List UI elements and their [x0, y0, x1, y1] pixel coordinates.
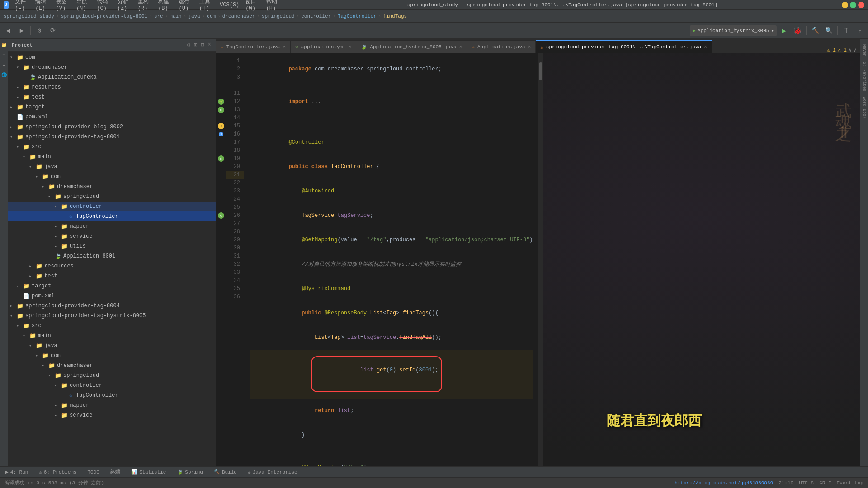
minimize-button[interactable]: − — [842, 2, 848, 8]
status-line-sep[interactable]: CRLF — [819, 480, 831, 486]
tree-item-application-8001[interactable]: 🍃Application_8001 — [8, 251, 216, 261]
menu-run[interactable]: 运行(U) — [176, 0, 195, 13]
toolbar-sync-button[interactable]: ⟳ — [47, 24, 59, 37]
tree-item-src-8001[interactable]: ▾📁src — [8, 142, 216, 152]
toolbar-settings-button[interactable]: ⚙ — [33, 24, 46, 37]
event-log-button[interactable]: Event Log — [837, 480, 863, 486]
tree-item-target-8001[interactable]: ▸📁target — [8, 281, 216, 291]
tab-application[interactable]: ☕ Application.java × — [467, 40, 536, 53]
tree-item-service-8001[interactable]: ▸📁service — [8, 231, 216, 241]
bottom-tab-spring[interactable]: 🍃 Spring — [175, 467, 205, 477]
breadcrumb-src[interactable]: src — [154, 14, 163, 19]
debug-button[interactable]: 🐞 — [791, 24, 804, 37]
web-icon[interactable]: 🌐 — [0, 71, 8, 79]
menu-window[interactable]: 窗口(W) — [243, 0, 262, 13]
project-expand-icon[interactable]: ⊞ — [193, 41, 198, 49]
project-close-icon[interactable]: × — [207, 41, 212, 49]
toolbar-git-button[interactable]: ⑂ — [854, 24, 866, 37]
right-sidebar-favorites[interactable]: 2: Favorites — [861, 60, 868, 93]
tree-item-tagcontroller-8005[interactable]: ☕TagController — [8, 390, 216, 400]
tree-item-dreamchaser-8005[interactable]: ▾📁dreamchaser — [8, 361, 216, 371]
tree-item-springcloud-8005[interactable]: ▾📁springcloud — [8, 371, 216, 380]
toolbar-search-button[interactable]: 🔍 — [822, 24, 835, 37]
tree-item-tag-8004[interactable]: ▸📁springcloud-provider-tag-8004 — [8, 301, 216, 311]
breadcrumb-file[interactable]: TagController — [338, 14, 377, 19]
menu-tools[interactable]: 工具(T) — [197, 0, 216, 13]
menu-file[interactable]: 文件(F) — [12, 0, 32, 13]
tree-item-dreamchaser-8001[interactable]: ▾📁dreamchaser — [8, 182, 216, 192]
status-blog-link[interactable]: https://blog.csdn.net/qq461869869 — [675, 480, 773, 486]
tree-item-tagcontroller-8001[interactable]: ☕TagController — [8, 211, 216, 221]
close-button[interactable]: × — [858, 2, 864, 8]
project-icon[interactable]: 📁 — [0, 42, 8, 49]
tree-item-test-8001[interactable]: ▸📁test — [8, 271, 216, 281]
tab-tagcontroller-main[interactable]: ☕ springcloud-provider-tag-8001\...\TagC… — [536, 40, 712, 53]
tree-item-hystrix-8005[interactable]: ▾📁springcloud-provider-tag-hystrix-8005 — [8, 311, 216, 321]
menu-nav[interactable]: 导航(N) — [74, 0, 93, 13]
bottom-tab-build[interactable]: 🔨 Build — [212, 467, 239, 477]
tree-item-com-8005[interactable]: ▾📁com — [8, 351, 216, 361]
tree-item-main-8001[interactable]: ▾📁main — [8, 152, 216, 162]
breadcrumb-springcloud[interactable]: springcloud — [262, 14, 295, 19]
toolbar-back-button[interactable]: ◀ — [2, 24, 14, 37]
favorites-icon[interactable]: ★ — [0, 61, 8, 69]
menu-view[interactable]: 视图(V) — [53, 0, 73, 13]
tree-item-resources-1[interactable]: ▸📁resources — [8, 82, 216, 92]
breadcrumb-module[interactable]: springcloud-provider-tag-8001 — [61, 14, 147, 19]
project-collapse-icon[interactable]: ⊟ — [200, 41, 205, 49]
tab-tagcontroller[interactable]: ☕ TagController.java × — [216, 40, 291, 53]
tree-item-pom-1[interactable]: 📄pom.xml — [8, 112, 216, 122]
tree-item-dreamchaser[interactable]: ▾📁dreamchaser — [8, 62, 216, 72]
tab-application-hystrix[interactable]: 🍃 Application_hystrix_8005.java × — [356, 40, 467, 53]
tree-item-blog-8002[interactable]: ▸📁springcloud-provider-blog-8002 — [8, 122, 216, 132]
tree-item-test-1[interactable]: ▸📁test — [8, 92, 216, 102]
code-content[interactable]: package com.dreamchaser.springcloud.cont… — [244, 53, 538, 466]
right-sidebar-wordbook[interactable]: Word Book — [861, 95, 868, 121]
tree-item-application-eureka[interactable]: 🍃Application_eureka — [8, 72, 216, 82]
breadcrumb-java[interactable]: java — [188, 14, 200, 19]
bottom-tab-terminal[interactable]: 终端 — [108, 467, 122, 477]
breadcrumb-main[interactable]: main — [170, 14, 181, 19]
tree-item-service-8005[interactable]: ▸📁service — [8, 410, 216, 420]
tree-item-com[interactable]: ▾📁com — [8, 52, 216, 62]
breadcrumb-dreamchaser[interactable]: dreamchaser — [222, 14, 255, 19]
bottom-tab-statistic[interactable]: 📊 Statistic — [129, 467, 168, 477]
menu-analyze[interactable]: 分析(Z) — [115, 0, 134, 13]
breadcrumb-com[interactable]: com — [207, 14, 216, 19]
toolbar-translate-button[interactable]: T — [840, 24, 853, 37]
bottom-tab-problems[interactable]: ⚠ 6: Problems — [37, 467, 78, 477]
bottom-tab-java-enterprise[interactable]: ☕ Java Enterprise — [246, 467, 299, 477]
run-config-dropdown[interactable]: ▶ Application_hystrix_8005 ▾ — [690, 25, 777, 36]
tree-item-pom-8001[interactable]: 📄pom.xml — [8, 291, 216, 301]
tree-item-tag-8001[interactable]: ▾📁springcloud-provider-tag-8001 — [8, 132, 216, 142]
tab-application-yml[interactable]: ⚙ application.yml × — [291, 40, 356, 53]
tree-item-controller-8001[interactable]: ▾📁controller — [8, 202, 216, 211]
tree-item-com-8001[interactable]: ▾📁com — [8, 172, 216, 182]
bottom-tab-run[interactable]: ▶ 4: Run — [4, 467, 30, 477]
tab-close-icon[interactable]: × — [459, 44, 462, 50]
bottom-tab-todo[interactable]: TODO — [85, 467, 101, 477]
toolbar-forward-button[interactable]: ▶ — [15, 24, 28, 37]
right-sidebar-maven[interactable]: Maven — [861, 42, 868, 58]
tree-item-controller-8005[interactable]: ▾📁controller — [8, 380, 216, 390]
tab-scroll-up-icon[interactable]: ∧ — [849, 47, 852, 53]
tree-item-main-8005[interactable]: ▾📁main — [8, 331, 216, 341]
tree-item-mapper-8001[interactable]: ▸📁mapper — [8, 221, 216, 231]
toolbar-build-button[interactable]: 🔨 — [809, 24, 821, 37]
menu-vcs[interactable]: VCS(S) — [217, 1, 242, 9]
tree-item-springcloud-8001[interactable]: ▾📁springcloud — [8, 192, 216, 202]
menu-build[interactable]: 构建(B) — [156, 0, 175, 13]
tree-item-utils-8001[interactable]: ▸📁utils — [8, 241, 216, 251]
tree-item-src-8005[interactable]: ▾📁src — [8, 321, 216, 331]
editor-scrollbar[interactable] — [538, 53, 543, 466]
tree-item-resources-8001[interactable]: ▸📁resources — [8, 261, 216, 271]
breadcrumb-controller[interactable]: controller — [301, 14, 331, 19]
menu-refactor[interactable]: 重构(R) — [135, 0, 155, 13]
tree-item-java-8005[interactable]: ▾📁java — [8, 341, 216, 351]
breadcrumb-method[interactable]: findTags — [383, 14, 407, 19]
tree-item-target-1[interactable]: ▸📁target — [8, 102, 216, 112]
tree-item-java-8001[interactable]: ▾📁java — [8, 162, 216, 172]
menu-code[interactable]: 代码(C) — [94, 0, 113, 13]
tab-close-icon[interactable]: × — [349, 44, 352, 50]
tab-close-icon[interactable]: × — [283, 44, 286, 50]
